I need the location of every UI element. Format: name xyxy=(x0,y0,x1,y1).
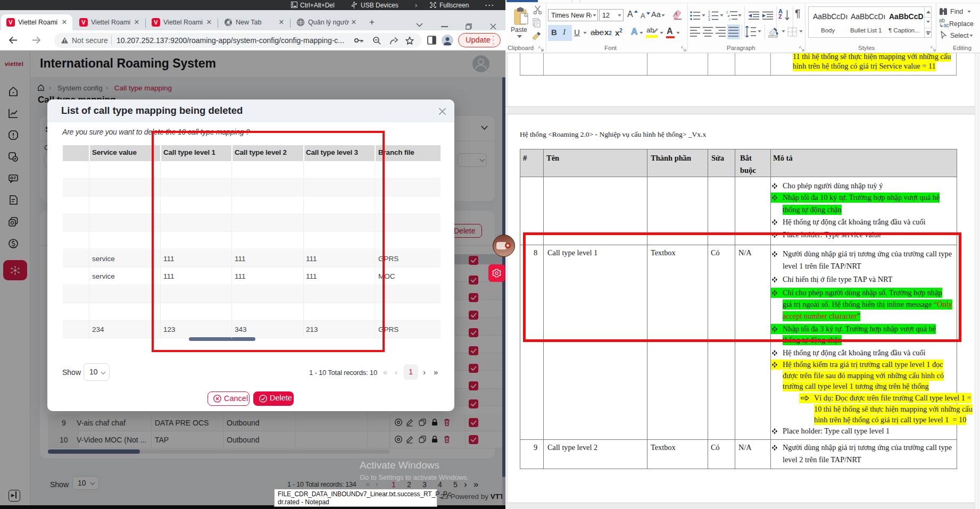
svg-text:i: i xyxy=(729,18,729,21)
svg-text:1: 1 xyxy=(708,10,710,14)
svg-text:1: 1 xyxy=(726,11,728,14)
svg-text:3: 3 xyxy=(708,18,710,21)
svg-text:A: A xyxy=(674,11,678,16)
svg-text:2: 2 xyxy=(708,14,710,18)
